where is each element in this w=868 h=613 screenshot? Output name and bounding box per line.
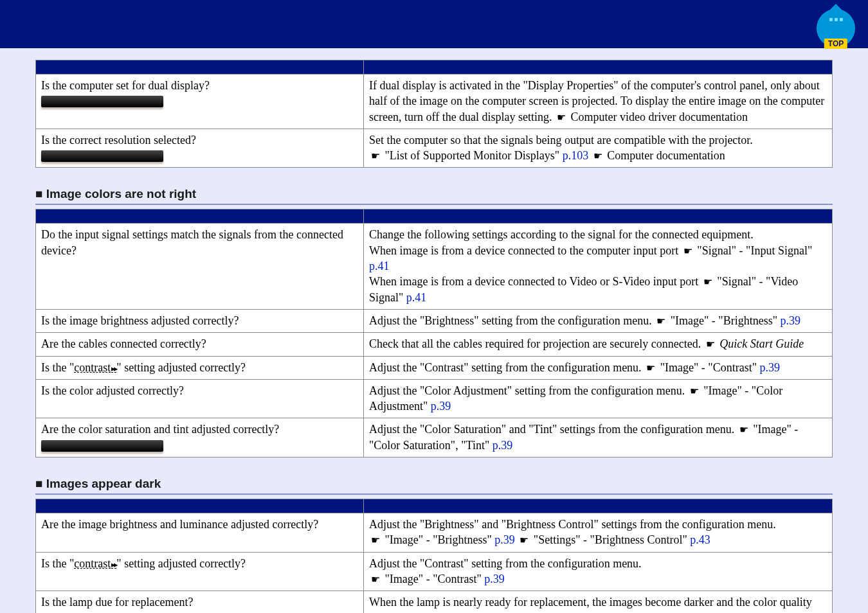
th-blank — [36, 209, 364, 224]
table-row: Is the color adjusted correctly?Adjust t… — [36, 379, 833, 418]
page-link[interactable]: p.41 — [406, 291, 427, 304]
page-link[interactable]: p.39 — [781, 314, 801, 327]
square-bullet-icon: ■ — [35, 477, 46, 490]
pointer-icon — [704, 337, 717, 350]
page-link[interactable]: p.39 — [484, 573, 505, 585]
page-link[interactable]: p.39 — [493, 439, 513, 452]
badge-dots-icon — [829, 18, 843, 21]
pointer-icon — [701, 275, 714, 288]
troubleshoot-table: Are the image brightness and luminance a… — [35, 499, 833, 613]
intro-table: Is the computer set for dual display?If … — [35, 60, 833, 168]
answer-cell: Adjust the "Brightness" setting from the… — [364, 309, 833, 332]
page-link[interactable]: p.103 — [563, 149, 589, 162]
top-nav-badge[interactable]: TOP — [817, 9, 855, 48]
question-cell: Is the "contrast" setting adjusted corre… — [36, 552, 364, 591]
pointer-icon — [655, 314, 667, 327]
question-cell: Do the input signal settings match the s… — [36, 224, 364, 309]
pointer-icon — [737, 423, 750, 436]
page-link[interactable]: p.41 — [369, 260, 390, 272]
pointer-icon — [369, 533, 382, 546]
table-row: Is the image brightness adjusted correct… — [36, 309, 833, 332]
answer-cell: If dual display is activated in the "Dis… — [364, 75, 833, 129]
square-bullet-icon: ■ — [35, 187, 46, 200]
table-row: Is the "contrast" setting adjusted corre… — [36, 356, 833, 379]
answer-cell: Check that all the cables required for p… — [364, 333, 833, 356]
table-row: Are the image brightness and luminance a… — [36, 513, 833, 553]
answer-cell: Change the following settings according … — [364, 224, 833, 309]
page-link[interactable]: p.39 — [759, 361, 780, 374]
th-blank — [364, 209, 833, 224]
answer-cell: Adjust the "Contrast" setting from the c… — [364, 552, 833, 591]
pointer-icon — [682, 244, 694, 257]
question-cell: Is the color adjusted correctly? — [36, 379, 364, 418]
troubleshoot-table: Do the input signal settings match the s… — [35, 209, 833, 458]
th-blank — [364, 499, 833, 513]
subcategory-bar — [41, 96, 163, 107]
table-row: Is the correct resolution selected?Set t… — [36, 129, 833, 168]
th-blank — [36, 60, 364, 75]
answer-cell: Adjust the "Color Saturation" and "Tint"… — [364, 418, 833, 458]
subcategory-bar — [41, 150, 163, 162]
table-row: Is the "contrast" setting adjusted corre… — [36, 552, 833, 591]
glossary-link[interactable]: contrast — [74, 557, 116, 570]
pointer-icon — [369, 573, 382, 585]
page-link[interactable]: p.39 — [494, 533, 515, 546]
pointer-icon — [518, 533, 530, 546]
pointer-icon — [369, 149, 382, 162]
table-row: Is the computer set for dual display?If … — [36, 75, 833, 129]
pointer-icon — [555, 111, 568, 123]
table-row: Do the input signal settings match the s… — [36, 224, 833, 309]
subcategory-bar — [41, 440, 163, 452]
question-cell: Is the lamp due for replacement? — [36, 591, 364, 613]
question-cell: Are the color saturation and tint adjust… — [36, 418, 364, 458]
page-link[interactable]: p.39 — [431, 400, 451, 413]
question-cell: Is the correct resolution selected? — [36, 129, 364, 168]
question-cell: Is the computer set for dual display? — [36, 75, 364, 129]
answer-cell: When the lamp is nearly ready for replac… — [364, 591, 833, 613]
page-content: Is the computer set for dual display?If … — [0, 48, 868, 613]
guide-ref: Quick Start Guide — [719, 337, 804, 350]
answer-cell: Adjust the "Brightness" and "Brightness … — [364, 513, 833, 553]
glossary-link[interactable]: contrast — [74, 361, 116, 374]
pointer-icon — [592, 149, 604, 162]
section-heading: ■ Image colors are not right — [35, 187, 833, 205]
top-badge-label: TOP — [824, 39, 847, 49]
pointer-icon — [644, 361, 657, 374]
question-cell: Is the "contrast" setting adjusted corre… — [36, 356, 364, 379]
question-cell: Are the image brightness and luminance a… — [36, 513, 364, 553]
table-row: Are the color saturation and tint adjust… — [36, 418, 833, 458]
header-banner: TOP — [0, 0, 868, 48]
pointer-icon — [688, 384, 701, 397]
th-blank — [364, 60, 833, 75]
table-row: Are the cables connected correctly?Check… — [36, 333, 833, 356]
section-heading: ■ Images appear dark — [35, 477, 833, 495]
answer-cell: Adjust the "Contrast" setting from the c… — [364, 356, 833, 379]
question-cell: Are the cables connected correctly? — [36, 333, 364, 356]
table-row: Is the lamp due for replacement?When the… — [36, 591, 833, 613]
page-link[interactable]: p.43 — [690, 533, 710, 546]
answer-cell: Set the computer so that the signals bei… — [364, 129, 833, 168]
answer-cell: Adjust the "Color Adjustment" setting fr… — [364, 379, 833, 418]
th-blank — [36, 499, 364, 513]
question-cell: Is the image brightness adjusted correct… — [36, 309, 364, 332]
